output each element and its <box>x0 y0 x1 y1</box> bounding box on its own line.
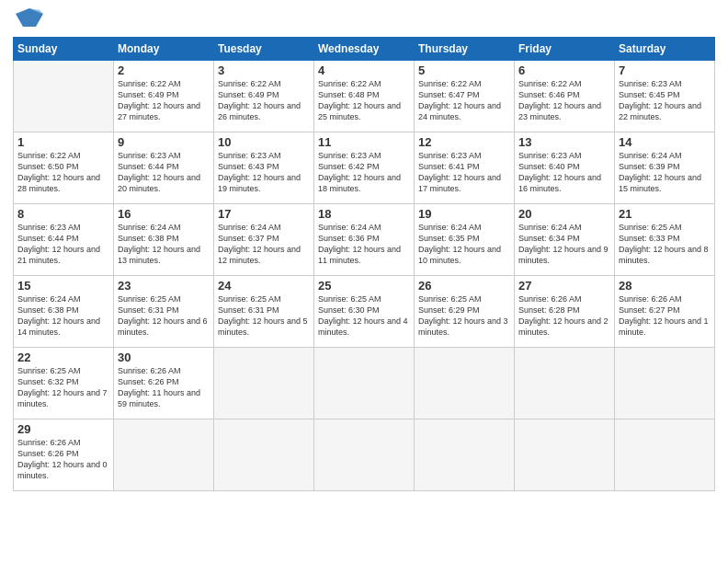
day-number: 18 <box>318 207 410 221</box>
calendar-cell: 29 Sunrise: 6:26 AMSunset: 6:26 PMDaylig… <box>14 419 114 490</box>
calendar-table: SundayMondayTuesdayWednesdayThursdayFrid… <box>13 37 715 491</box>
calendar-week-3: 15 Sunrise: 6:24 AMSunset: 6:38 PMDaylig… <box>14 275 715 347</box>
calendar-header-row: SundayMondayTuesdayWednesdayThursdayFrid… <box>14 37 715 60</box>
calendar-cell: 5 Sunrise: 6:22 AMSunset: 6:47 PMDayligh… <box>415 60 515 132</box>
day-number: 14 <box>619 135 711 149</box>
logo-icon <box>16 6 43 30</box>
day-number: 29 <box>17 422 109 436</box>
day-number: 5 <box>418 63 510 77</box>
day-header-tuesday: Tuesday <box>214 37 314 60</box>
cell-content: Sunrise: 6:26 AMSunset: 6:26 PMDaylight:… <box>17 438 108 480</box>
cell-content: Sunrise: 6:24 AMSunset: 6:38 PMDaylight:… <box>118 223 200 265</box>
calendar-cell: 6 Sunrise: 6:22 AMSunset: 6:46 PMDayligh… <box>515 60 615 132</box>
day-number: 24 <box>218 279 310 293</box>
calendar-cell <box>214 419 314 490</box>
calendar-cell: 8 Sunrise: 6:23 AMSunset: 6:44 PMDayligh… <box>14 203 114 275</box>
calendar-cell <box>415 347 515 419</box>
cell-content: Sunrise: 6:24 AMSunset: 6:35 PMDaylight:… <box>418 223 501 265</box>
calendar-cell <box>415 419 515 490</box>
cell-content: Sunrise: 6:23 AMSunset: 6:43 PMDaylight:… <box>218 151 301 193</box>
calendar-cell: 24 Sunrise: 6:25 AMSunset: 6:31 PMDaylig… <box>214 275 314 347</box>
calendar-cell: 22 Sunrise: 6:25 AMSunset: 6:32 PMDaylig… <box>14 347 114 419</box>
cell-content: Sunrise: 6:24 AMSunset: 6:38 PMDaylight:… <box>17 294 100 337</box>
calendar-cell <box>615 419 715 490</box>
cell-content: Sunrise: 6:22 AMSunset: 6:48 PMDaylight:… <box>318 79 401 121</box>
calendar-cell: 28 Sunrise: 6:26 AMSunset: 6:27 PMDaylig… <box>615 275 715 347</box>
day-number: 9 <box>118 135 210 149</box>
calendar-cell <box>615 347 715 419</box>
calendar-cell: 14 Sunrise: 6:24 AMSunset: 6:39 PMDaylig… <box>615 132 715 203</box>
cell-content: Sunrise: 6:23 AMSunset: 6:44 PMDaylight:… <box>17 223 100 265</box>
day-number: 16 <box>118 207 210 221</box>
calendar-cell <box>515 347 615 419</box>
calendar-cell <box>515 419 615 490</box>
calendar-cell: 10 Sunrise: 6:23 AMSunset: 6:43 PMDaylig… <box>214 132 314 203</box>
day-number: 13 <box>518 135 610 149</box>
day-number: 4 <box>318 63 410 77</box>
calendar-cell: 4 Sunrise: 6:22 AMSunset: 6:48 PMDayligh… <box>314 60 415 132</box>
cell-content: Sunrise: 6:25 AMSunset: 6:31 PMDaylight:… <box>218 294 308 337</box>
day-number: 2 <box>118 63 210 77</box>
cell-content: Sunrise: 6:24 AMSunset: 6:37 PMDaylight:… <box>218 223 301 265</box>
cell-content: Sunrise: 6:25 AMSunset: 6:33 PMDaylight:… <box>619 223 709 265</box>
calendar-cell: 15 Sunrise: 6:24 AMSunset: 6:38 PMDaylig… <box>14 275 114 347</box>
calendar-cell: 20 Sunrise: 6:24 AMSunset: 6:34 PMDaylig… <box>515 203 615 275</box>
calendar-cell: 11 Sunrise: 6:23 AMSunset: 6:42 PMDaylig… <box>314 132 415 203</box>
day-number: 10 <box>218 135 310 149</box>
cell-content: Sunrise: 6:24 AMSunset: 6:34 PMDaylight:… <box>518 223 609 265</box>
calendar-cell: 2 Sunrise: 6:22 AMSunset: 6:49 PMDayligh… <box>114 60 214 132</box>
calendar-week-2: 8 Sunrise: 6:23 AMSunset: 6:44 PMDayligh… <box>14 203 715 275</box>
calendar-cell: 27 Sunrise: 6:26 AMSunset: 6:28 PMDaylig… <box>515 275 615 347</box>
day-number: 15 <box>17 279 109 293</box>
calendar-cell: 16 Sunrise: 6:24 AMSunset: 6:38 PMDaylig… <box>114 203 214 275</box>
logo <box>13 13 43 31</box>
day-header-friday: Friday <box>515 37 615 60</box>
calendar-cell: 7 Sunrise: 6:23 AMSunset: 6:45 PMDayligh… <box>615 60 715 132</box>
day-number: 12 <box>418 135 510 149</box>
day-number: 30 <box>118 350 210 364</box>
cell-content: Sunrise: 6:22 AMSunset: 6:49 PMDaylight:… <box>118 79 200 121</box>
day-number: 3 <box>218 63 310 77</box>
calendar-cell: 23 Sunrise: 6:25 AMSunset: 6:31 PMDaylig… <box>114 275 214 347</box>
day-number: 21 <box>619 207 711 221</box>
cell-content: Sunrise: 6:22 AMSunset: 6:47 PMDaylight:… <box>418 79 501 121</box>
cell-content: Sunrise: 6:24 AMSunset: 6:36 PMDaylight:… <box>318 223 401 265</box>
cell-content: Sunrise: 6:23 AMSunset: 6:40 PMDaylight:… <box>518 151 601 193</box>
cell-content: Sunrise: 6:25 AMSunset: 6:30 PMDaylight:… <box>318 294 408 337</box>
day-number: 27 <box>518 279 610 293</box>
day-number: 7 <box>619 63 711 77</box>
cell-content: Sunrise: 6:22 AMSunset: 6:50 PMDaylight:… <box>17 151 100 193</box>
cell-content: Sunrise: 6:26 AMSunset: 6:27 PMDaylight:… <box>619 294 709 337</box>
cell-content: Sunrise: 6:22 AMSunset: 6:49 PMDaylight:… <box>218 79 301 121</box>
calendar-cell: 25 Sunrise: 6:25 AMSunset: 6:30 PMDaylig… <box>314 275 415 347</box>
day-header-saturday: Saturday <box>615 37 715 60</box>
calendar-cell <box>114 419 214 490</box>
calendar-cell <box>314 419 415 490</box>
cell-content: Sunrise: 6:23 AMSunset: 6:42 PMDaylight:… <box>318 151 401 193</box>
day-number: 25 <box>318 279 410 293</box>
day-number: 20 <box>518 207 610 221</box>
calendar-cell: 17 Sunrise: 6:24 AMSunset: 6:37 PMDaylig… <box>214 203 314 275</box>
cell-content: Sunrise: 6:25 AMSunset: 6:29 PMDaylight:… <box>418 294 508 337</box>
cell-content: Sunrise: 6:22 AMSunset: 6:46 PMDaylight:… <box>518 79 601 121</box>
day-number: 22 <box>17 350 109 364</box>
calendar-week-4: 22 Sunrise: 6:25 AMSunset: 6:32 PMDaylig… <box>14 347 715 419</box>
cell-content: Sunrise: 6:26 AMSunset: 6:28 PMDaylight:… <box>518 294 609 337</box>
day-number: 17 <box>218 207 310 221</box>
calendar-week-0: 2 Sunrise: 6:22 AMSunset: 6:49 PMDayligh… <box>14 60 715 132</box>
cell-content: Sunrise: 6:26 AMSunset: 6:26 PMDaylight:… <box>118 366 200 408</box>
day-header-sunday: Sunday <box>14 37 114 60</box>
calendar-cell: 1 Sunrise: 6:22 AMSunset: 6:50 PMDayligh… <box>14 132 114 203</box>
cell-content: Sunrise: 6:23 AMSunset: 6:45 PMDaylight:… <box>619 79 701 121</box>
day-number: 23 <box>118 279 210 293</box>
day-number: 8 <box>17 207 109 221</box>
calendar-cell: 3 Sunrise: 6:22 AMSunset: 6:49 PMDayligh… <box>214 60 314 132</box>
calendar-cell: 19 Sunrise: 6:24 AMSunset: 6:35 PMDaylig… <box>415 203 515 275</box>
day-number: 26 <box>418 279 510 293</box>
day-header-monday: Monday <box>114 37 214 60</box>
calendar-cell: 9 Sunrise: 6:23 AMSunset: 6:44 PMDayligh… <box>114 132 214 203</box>
calendar-cell: 21 Sunrise: 6:25 AMSunset: 6:33 PMDaylig… <box>615 203 715 275</box>
calendar-cell: 30 Sunrise: 6:26 AMSunset: 6:26 PMDaylig… <box>114 347 214 419</box>
day-number: 1 <box>17 135 109 149</box>
day-number: 11 <box>318 135 410 149</box>
